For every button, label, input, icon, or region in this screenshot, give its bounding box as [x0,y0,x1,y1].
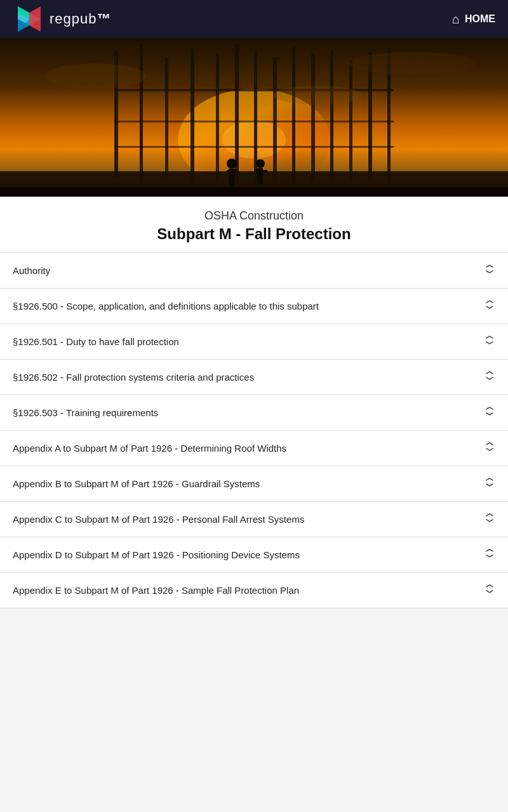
accordion-item-appendix-e[interactable]: Appendix E to Subpart M of Part 1926 - S… [0,573,508,608]
accordion-label-section-1926-500: §1926.500 - Scope, application, and defi… [13,301,476,311]
svg-rect-18 [330,49,333,183]
svg-rect-23 [114,121,394,122]
accordion-item-section-1926-500[interactable]: §1926.500 - Scope, application, and defi… [0,289,508,324]
accordion-toggle-icon-appendix-d [484,547,495,562]
svg-rect-15 [273,57,277,181]
accordion-item-appendix-d[interactable]: Appendix D to Subpart M of Part 1926 - P… [0,537,508,573]
home-icon: ⌂ [452,12,460,27]
page-subtitle: OSHA Construction [6,209,502,223]
svg-rect-29 [232,170,237,172]
hero-image [0,38,508,197]
home-label: HOME [465,13,495,25]
page-title-area: OSHA Construction Subpart M - Fall Prote… [0,197,508,252]
hero-svg [0,38,508,197]
accordion-item-section-1926-501[interactable]: §1926.501 - Duty to have fall protection [0,324,508,360]
accordion-label-appendix-c: Appendix C to Subpart M of Part 1926 - P… [13,514,476,525]
svg-rect-31 [232,180,234,187]
svg-rect-30 [229,180,232,187]
accordion-item-section-1926-502[interactable]: §1926.502 - Fall protection systems crit… [0,360,508,395]
accordion-label-section-1926-501: §1926.501 - Duty to have fall protection [13,336,476,347]
svg-rect-37 [260,178,263,185]
accordion-label-section-1926-503: §1926.503 - Training requirements [13,407,476,418]
svg-point-41 [273,86,362,105]
svg-rect-11 [190,48,194,184]
accordion-item-section-1926-503[interactable]: §1926.503 - Training requirements [0,395,508,431]
accordion-toggle-icon-section-1926-501 [484,334,495,349]
svg-rect-34 [255,169,258,171]
accordion-toggle-icon-appendix-b [484,476,495,491]
accordion-toggle-icon-section-1926-500 [484,299,495,313]
accordion-item-appendix-c[interactable]: Appendix C to Subpart M of Part 1926 - P… [0,502,508,537]
accordion-label-appendix-a: Appendix A to Subpart M of Part 1926 - D… [13,443,476,454]
svg-rect-36 [258,178,260,185]
svg-point-32 [256,159,265,168]
accordion-toggle-icon-appendix-e [484,583,495,598]
svg-rect-24 [114,146,394,148]
accordion-label-appendix-b: Appendix B to Subpart M of Part 1926 - G… [13,478,476,489]
svg-point-40 [349,52,476,75]
page-title: Subpart M - Fall Protection [6,225,502,243]
accordion-item-appendix-a[interactable]: Appendix A to Subpart M of Part 1926 - D… [0,431,508,466]
svg-rect-12 [216,54,219,181]
svg-rect-10 [165,57,168,178]
logo-text: regpub™ [50,11,112,27]
accordion-item-authority[interactable]: Authority [0,253,508,289]
content-area [0,608,508,812]
accordion-list: Authority§1926.500 - Scope, application,… [0,252,508,608]
accordion-toggle-icon-authority [484,263,495,278]
svg-rect-16 [292,46,295,184]
svg-rect-38 [0,187,508,197]
svg-rect-17 [311,54,315,181]
hero-background [0,38,508,197]
accordion-label-appendix-e: Appendix E to Subpart M of Part 1926 - S… [13,585,476,596]
svg-rect-28 [227,170,231,172]
svg-point-39 [44,63,146,89]
accordion-label-appendix-d: Appendix D to Subpart M of Part 1926 - P… [13,549,476,560]
svg-rect-35 [263,170,267,172]
svg-rect-9 [140,44,143,184]
accordion-toggle-icon-section-1926-502 [484,370,495,384]
accordion-toggle-icon-appendix-c [484,512,495,527]
accordion-item-appendix-b[interactable]: Appendix B to Subpart M of Part 1926 - G… [0,466,508,502]
accordion-label-section-1926-502: §1926.502 - Fall protection systems crit… [13,372,476,383]
navbar: regpub™ ⌂ HOME [0,0,508,38]
logo-area: regpub™ [13,4,112,34]
svg-marker-3 [29,6,41,32]
accordion-toggle-icon-section-1926-503 [484,405,495,420]
accordion-toggle-icon-appendix-a [484,441,495,455]
home-button[interactable]: ⌂ HOME [452,12,495,27]
accordion-label-authority: Authority [13,265,476,276]
regpub-logo-icon [13,4,43,34]
svg-point-26 [227,159,237,169]
